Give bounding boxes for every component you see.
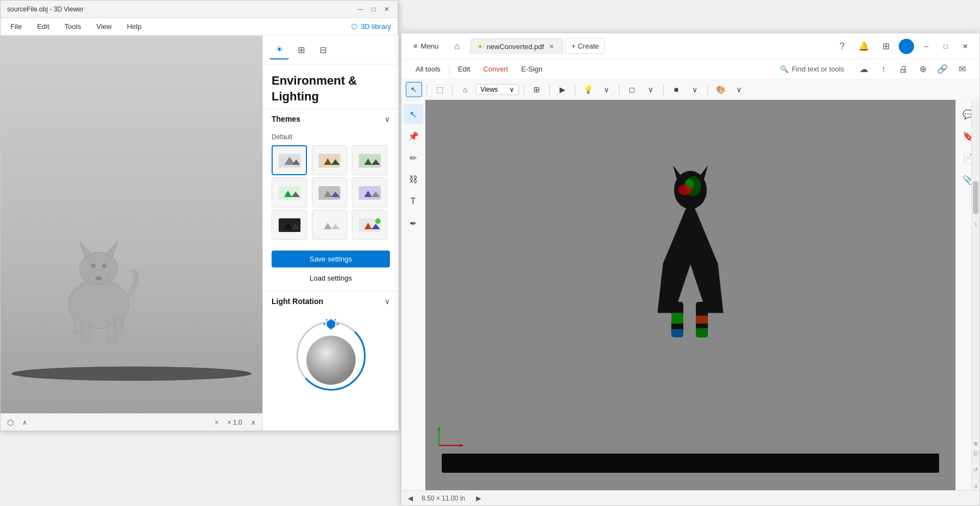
help-icon-btn[interactable]: ? [833, 38, 851, 55]
email-icon-btn[interactable]: ✉ [953, 61, 971, 78]
print-icon-btn[interactable]: 🖨 [894, 61, 912, 78]
scroll-up-button[interactable]: ∧ [972, 483, 979, 489]
menu-tools[interactable]: Tools [61, 20, 84, 33]
create-label: Create [578, 42, 599, 50]
menu-edit[interactable]: Edit [34, 20, 52, 33]
hamburger-menu[interactable]: ≡ Menu [408, 40, 444, 52]
environment-icon-btn[interactable]: ☀ [269, 40, 289, 59]
scroll-thumb[interactable] [973, 181, 978, 214]
theme-item-2[interactable] [312, 145, 347, 175]
3d-color-tool[interactable]: 🎨 [712, 82, 729, 97]
user-avatar[interactable] [899, 39, 914, 54]
light-rotation-chevron: ∨ [384, 297, 390, 306]
themes-content: Default [263, 129, 399, 246]
acrobat-maximize-button[interactable]: □ [938, 39, 953, 54]
3d-area-tool[interactable]: ⬚ [431, 82, 448, 97]
zoom-icon-btn[interactable]: ⊕ [914, 61, 931, 78]
acrobat-minimize-button[interactable]: ─ [918, 39, 934, 54]
vertical-scrollbar[interactable]: 1 ∧ ∨ ↺ ⊡ ⊕ [971, 100, 979, 505]
pdf-canvas[interactable] [425, 100, 955, 505]
3d-play-tool[interactable]: ▶ [554, 82, 570, 97]
3d-scene [1, 35, 262, 413]
acrobat-close-button[interactable]: ✕ [958, 39, 973, 54]
3d-render-tool[interactable]: ◻ [624, 82, 640, 97]
viewer-titlebar: sourceFile.obj - 3D Viewer ─ □ ✕ [1, 1, 398, 18]
light-rotation-section-header[interactable]: Light Rotation ∨ [263, 291, 399, 311]
theme-item-4[interactable] [272, 177, 307, 207]
menu-help[interactable]: Help [124, 20, 145, 33]
sidebar-text-tool[interactable]: T [404, 192, 423, 211]
theme-item-5[interactable] [312, 177, 347, 207]
theme-item-1[interactable] [272, 145, 307, 175]
table-view-icon-btn[interactable]: ⊟ [313, 40, 333, 59]
toolbar-convert[interactable]: Convert [478, 63, 514, 75]
3d-background-dropdown[interactable]: ∨ [687, 82, 703, 97]
3d-select-tool[interactable]: ↖ [406, 82, 422, 97]
svg-rect-62 [696, 328, 708, 338]
menu-label: Menu [421, 42, 439, 50]
cube-icon: ⬡ [351, 22, 357, 31]
statusbar-zoom-up[interactable]: ∧ [251, 419, 256, 426]
right-panel: ☀ ⊞ ⊟ Environment & Lighting Themes ∨ De… [262, 35, 399, 431]
theme-item-7[interactable] [272, 210, 307, 240]
theme-item-8[interactable] [312, 210, 347, 240]
notification-icon-btn[interactable]: 🔔 [855, 38, 873, 55]
share-up-icon-btn[interactable]: ↑ [875, 61, 892, 78]
search-tools-button[interactable]: 🔍 Find text or tools [775, 63, 849, 75]
page-size-label: 8.50 × 11.00 in [422, 495, 465, 502]
link-icon-btn[interactable]: 🔗 [934, 61, 951, 78]
sidebar-pencil-tool[interactable]: ✏ [404, 148, 423, 168]
minimize-icon[interactable]: ─ [356, 5, 365, 14]
toolbar-edit[interactable]: Edit [453, 63, 476, 75]
svg-marker-64 [437, 426, 441, 430]
home-button[interactable]: ⌂ [448, 38, 466, 55]
3d-light-tool[interactable]: 💡 [580, 82, 596, 97]
save-cloud-icon-btn[interactable]: ☁ [855, 61, 873, 78]
tab-close-button[interactable]: ✕ [548, 42, 556, 51]
toolbar-all-tools[interactable]: All tools [410, 63, 446, 75]
svg-rect-33 [318, 218, 340, 232]
zoom-in-pdf-button[interactable]: ⊕ [972, 440, 979, 447]
light-dial[interactable] [293, 318, 369, 394]
zoom-fit-button[interactable]: ⊡ [972, 450, 979, 456]
themes-section-header[interactable]: Themes ∨ [263, 109, 399, 129]
wolf-model [44, 217, 153, 348]
views-dropdown[interactable]: Views ∨ [476, 84, 519, 95]
apps-grid-icon-btn[interactable]: ⊞ [877, 38, 894, 55]
menu-file[interactable]: File [7, 20, 25, 33]
3d-parts-tool[interactable]: ⊞ [528, 82, 545, 97]
toolbar-esign[interactable]: E-Sign [516, 63, 548, 75]
3d-light-dropdown[interactable]: ∨ [598, 82, 615, 97]
save-settings-button[interactable]: Save settings [272, 251, 390, 267]
light-rotation-content [263, 311, 399, 401]
viewer-window: sourceFile.obj - 3D Viewer ─ □ ✕ File Ed… [0, 0, 398, 431]
statusbar-chevron-up[interactable]: ∧ [22, 419, 27, 426]
create-button[interactable]: + Create [566, 38, 605, 54]
themes-title: Themes [272, 115, 300, 123]
pdf-tab[interactable]: ★ newConverted.pdf ✕ [470, 38, 563, 54]
svg-rect-27 [359, 186, 381, 200]
maximize-icon[interactable]: □ [369, 5, 378, 14]
scroll-left-arrow[interactable]: ◀ [408, 495, 413, 502]
theme-item-3[interactable] [352, 145, 387, 175]
scroll-page-indicator: 1 [972, 222, 979, 227]
scroll-right-arrow[interactable]: ▶ [476, 495, 481, 502]
theme-item-9[interactable] [352, 210, 387, 240]
close-icon[interactable]: ✕ [382, 5, 391, 14]
refresh-button[interactable]: ↺ [972, 467, 979, 473]
3d-color-dropdown[interactable]: ∨ [731, 82, 747, 97]
sidebar-marker-tool[interactable]: 📌 [404, 126, 423, 146]
sidebar-select-tool[interactable]: ↖ [404, 104, 423, 124]
grid-view-icon-btn[interactable]: ⊞ [291, 40, 311, 59]
menu-view[interactable]: View [93, 20, 115, 33]
sidebar-ink-tool[interactable]: ✒ [404, 213, 423, 233]
sidebar-link-tool[interactable]: ⛓ [404, 170, 423, 189]
svg-rect-18 [359, 154, 381, 168]
acrobat-3d-toolbar: ↖ ⬚ ⌂ Views ∨ ⊞ ▶ 💡 ∨ ◻ ∨ ■ ∨ 🎨 ∨ [401, 79, 979, 100]
theme-item-6[interactable] [352, 177, 387, 207]
load-settings-button[interactable]: Load settings [272, 270, 390, 287]
3d-library-button[interactable]: ⬡ 3D library [351, 22, 391, 31]
3d-home-tool[interactable]: ⌂ [457, 82, 473, 97]
3d-background-tool[interactable]: ■ [668, 82, 684, 97]
3d-render-dropdown[interactable]: ∨ [642, 82, 659, 97]
